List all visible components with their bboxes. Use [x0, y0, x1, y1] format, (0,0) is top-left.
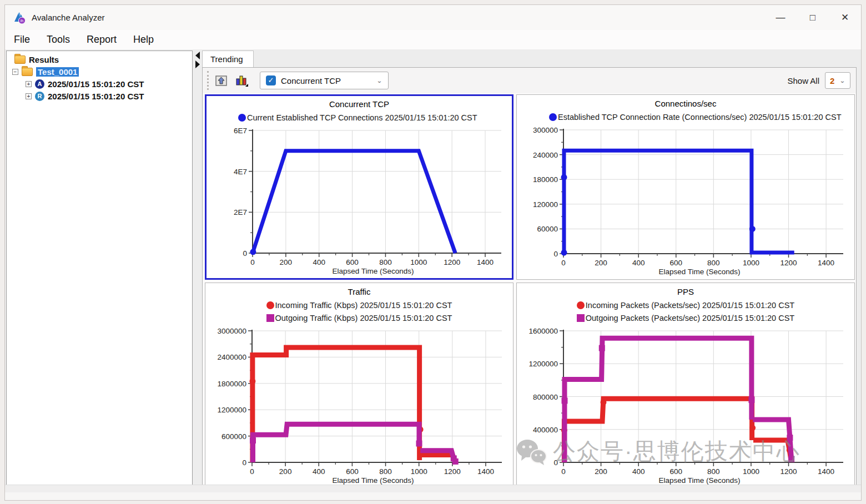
legend-circle-marker: [577, 301, 585, 309]
main-area: Results − Test_0001 + A 2025/01/15 15:01…: [5, 49, 861, 492]
toolbar-drag-handle[interactable]: [207, 71, 210, 90]
chart-panel-connections-sec[interactable]: Connectinos/sec Established TCP Connecti…: [516, 94, 855, 280]
show-all-combobox[interactable]: 2 ⌄: [825, 72, 850, 89]
svg-text:Elapsed Time (Seconds): Elapsed Time (Seconds): [332, 476, 414, 485]
svg-text:1400: 1400: [477, 258, 494, 266]
chart-svg: 020040060080010001200140002E74E76E7Elaps…: [206, 124, 512, 279]
menu-bar: File Tools Report Help: [5, 30, 861, 49]
svg-text:800: 800: [379, 467, 392, 476]
chart-plot: 0200400600800100012001400060000120000180…: [517, 123, 854, 280]
chevron-down-icon: ⌄: [376, 77, 382, 84]
expand-right-arrow-icon[interactable]: [195, 61, 200, 68]
chart-title: Traffic: [205, 283, 513, 299]
close-button[interactable]: ✕: [829, 5, 861, 30]
status-bar: [5, 485, 861, 492]
svg-text:60000: 60000: [537, 225, 558, 233]
tree-item-run-a[interactable]: + A 2025/01/15 15:01:20 CST: [7, 78, 192, 90]
expand-expander-icon[interactable]: +: [26, 93, 32, 99]
svg-text:1200000: 1200000: [528, 360, 558, 368]
svg-text:0: 0: [250, 258, 255, 266]
svg-text:120000: 120000: [533, 200, 558, 209]
menu-file[interactable]: File: [14, 34, 30, 46]
tree-run-a-label: 2025/01/15 15:01:20 CST: [48, 79, 144, 89]
svg-text:600: 600: [669, 467, 682, 476]
export-chart-icon[interactable]: [214, 73, 229, 88]
chart-title: Connectinos/sec: [517, 95, 854, 110]
chart-svg: 0200400600800100012001400060000012000001…: [205, 324, 513, 488]
legend-label: Incoming Traffic (Kbps) 2025/01/15 15:01…: [275, 301, 452, 310]
svg-text:800000: 800000: [533, 393, 558, 401]
legend-label: Incoming Packets (Packets/sec) 2025/01/1…: [586, 301, 794, 310]
legend-item: Established TCP Connection Rate (Connect…: [549, 110, 842, 123]
svg-text:1200: 1200: [780, 259, 797, 267]
collapse-expander-icon[interactable]: −: [12, 69, 18, 75]
legend-item: Outgoing Traffic (Kbps) 2025/01/15 15:01…: [266, 311, 452, 324]
chart-panel-traffic[interactable]: Traffic Incoming Traffic (Kbps) 2025/01/…: [205, 283, 513, 488]
tab-trending[interactable]: Trending: [202, 51, 254, 67]
svg-text:200: 200: [595, 259, 607, 267]
svg-text:Elapsed Time (Seconds): Elapsed Time (Seconds): [658, 476, 740, 485]
charts-grid: Concurrent TCP Current Established TCP C…: [205, 94, 855, 488]
app-logo-icon: ih: [13, 11, 26, 24]
svg-text:1200000: 1200000: [217, 406, 246, 414]
chart-select-value: Concurrent TCP: [281, 76, 341, 85]
window-title: Avalanche Analyzer: [32, 13, 104, 22]
chart-panel-concurrent-tcp[interactable]: Concurrent TCP Current Established TCP C…: [205, 94, 513, 280]
chart-svg: 0200400600800100012001400060000120000180…: [517, 123, 854, 279]
tree-item-run-r[interactable]: + R 2025/01/15 15:01:20 CST: [7, 90, 192, 102]
svg-text:1200: 1200: [444, 258, 460, 266]
svg-text:0: 0: [561, 467, 566, 476]
legend-label: Established TCP Connection Rate (Connect…: [558, 113, 842, 122]
svg-text:1200: 1200: [444, 467, 461, 476]
svg-text:800: 800: [707, 259, 720, 267]
maximize-button[interactable]: □: [797, 5, 829, 30]
svg-text:200: 200: [280, 258, 293, 266]
expand-expander-icon[interactable]: +: [26, 81, 32, 87]
svg-text:400000: 400000: [533, 426, 558, 434]
svg-text:3000000: 3000000: [217, 327, 246, 335]
svg-text:200: 200: [279, 467, 292, 476]
svg-text:600: 600: [669, 259, 682, 267]
bar-chart-icon[interactable]: [234, 73, 249, 88]
checkbox-checked-icon[interactable]: ✓: [266, 75, 276, 85]
svg-text:1800000: 1800000: [217, 380, 246, 388]
legend-label: Outgoing Packets (Packets/sec) 2025/01/1…: [586, 314, 794, 322]
minimize-button[interactable]: —: [764, 5, 797, 30]
tree-item-test[interactable]: − Test_0001: [7, 65, 192, 78]
chart-svg: 0200400600800100012001400040000080000012…: [517, 324, 854, 488]
menu-report[interactable]: Report: [87, 34, 117, 46]
svg-text:1000: 1000: [410, 258, 427, 266]
a-run-icon: A: [35, 79, 44, 89]
svg-text:ih: ih: [21, 19, 24, 23]
menu-help[interactable]: Help: [133, 34, 154, 46]
legend-item: Current Established TCP Connections 2025…: [238, 111, 477, 124]
legend-square-marker: [266, 314, 274, 322]
chart-plot: 0200400600800100012001400060000012000001…: [205, 324, 513, 488]
chart-title: Concurrent TCP: [206, 95, 512, 111]
svg-text:400: 400: [313, 467, 325, 476]
folder-icon: [22, 68, 33, 76]
tab-content: ✓ Concurrent TCP ⌄ Show All 2 ⌄: [202, 67, 857, 491]
svg-text:400: 400: [632, 259, 645, 267]
chart-plot: 0200400600800100012001400040000080000012…: [517, 324, 854, 488]
panel-splitter[interactable]: [194, 51, 201, 491]
tree-run-r-label: 2025/01/15 15:01:20 CST: [48, 92, 144, 101]
legend-label: Current Established TCP Connections 2025…: [247, 113, 477, 122]
svg-text:1000: 1000: [411, 467, 427, 476]
legend-label: Outgoing Traffic (Kbps) 2025/01/15 15:01…: [275, 314, 452, 322]
chart-plot: 020040060080010001200140002E74E76E7Elaps…: [206, 124, 512, 280]
results-tree-panel: Results − Test_0001 + A 2025/01/15 15:01…: [6, 51, 193, 491]
trending-panel: Trending: [202, 51, 857, 491]
collapse-left-arrow-icon[interactable]: [195, 52, 200, 59]
svg-text:4E7: 4E7: [234, 168, 247, 176]
show-all-label: Show All: [787, 76, 819, 85]
menu-tools[interactable]: Tools: [47, 34, 70, 46]
show-all-value: 2: [830, 76, 834, 85]
chart-panel-pps[interactable]: PPS Incoming Packets (Packets/sec) 2025/…: [516, 283, 855, 488]
chart-select-combobox[interactable]: ✓ Concurrent TCP ⌄: [260, 72, 389, 89]
svg-text:600000: 600000: [221, 432, 246, 441]
svg-text:240000: 240000: [533, 151, 558, 159]
chart-legend: Incoming Traffic (Kbps) 2025/01/15 15:01…: [205, 299, 513, 324]
tree-item-results[interactable]: Results: [7, 53, 192, 65]
legend-circle-marker: [549, 113, 557, 121]
